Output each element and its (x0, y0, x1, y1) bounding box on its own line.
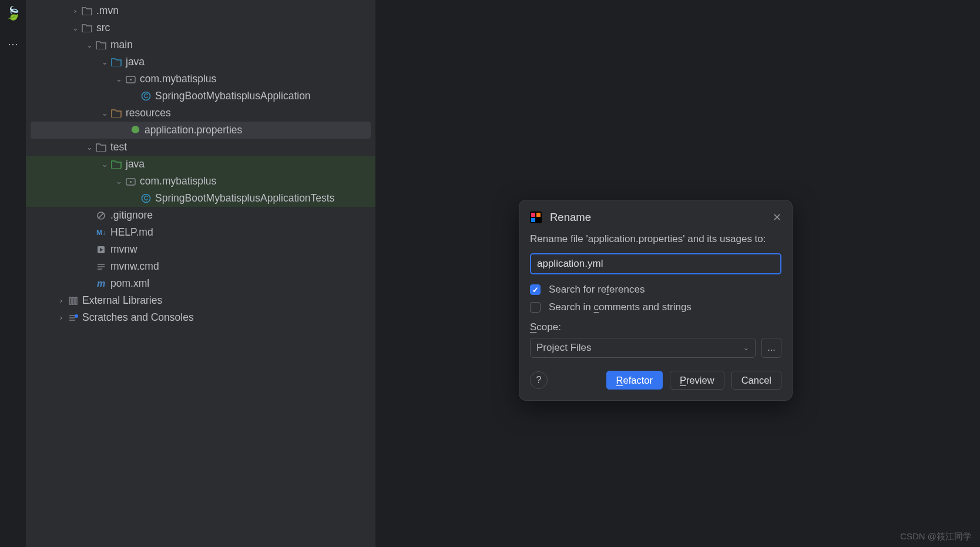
tree-item-app-class[interactable]: C SpringBootMybatisplusApplication (26, 88, 375, 105)
app-brand-icon: 🍃 (5, 6, 21, 21)
class-icon: C (140, 91, 152, 101)
svg-text:C: C (143, 195, 147, 202)
checkbox-unchecked-icon (530, 302, 541, 313)
source-folder-icon (110, 58, 122, 66)
tree-item-package[interactable]: ⌄ com.mybatisplus (26, 71, 375, 88)
chevron-down-icon: ⌄ (101, 160, 108, 169)
tree-label: java (126, 158, 145, 170)
cancel-button[interactable]: Cancel (731, 371, 781, 390)
tree-item-test-class[interactable]: C SpringBootMybatisplusApplicationTests (26, 190, 375, 207)
chevron-down-icon: ⌄ (72, 24, 79, 32)
tree-item-mvn[interactable]: › .mvn (26, 2, 375, 19)
tree-item-app-properties[interactable]: application.properties (31, 122, 371, 139)
rename-prompt-label: Rename file 'application.properties' and… (530, 233, 781, 245)
tree-label: mvnw (110, 243, 137, 256)
more-icon[interactable]: ⋯ (8, 38, 18, 51)
checkbox-checked-icon: ✓ (530, 284, 541, 295)
project-tree-panel: › .mvn ⌄ src ⌄ main ⌄ java ⌄ (26, 0, 376, 547)
tree-item-mvnw[interactable]: mvnw (26, 241, 375, 258)
ignore-icon (95, 211, 107, 220)
tree-label: SpringBootMybatisplusApplication (155, 90, 311, 102)
chevron-right-icon: › (58, 313, 65, 322)
tree-item-test[interactable]: ⌄ test (26, 139, 375, 156)
chevron-right-icon: › (72, 6, 79, 15)
package-icon (125, 177, 136, 186)
scratch-icon (67, 313, 79, 323)
tree-label: Scratches and Consoles (82, 311, 194, 324)
checkbox-label: Search in comments and strings (549, 301, 692, 313)
folder-icon (81, 6, 93, 15)
tree-label: resources (126, 107, 171, 119)
tree-item-test-package[interactable]: ⌄ com.mybatisplus (26, 173, 375, 190)
preview-button[interactable]: Preview (670, 371, 724, 390)
tree-label: com.mybatisplus (140, 175, 216, 187)
tree-label: External Libraries (82, 294, 162, 307)
svg-rect-24 (536, 213, 541, 217)
tree-item-main[interactable]: ⌄ main (26, 36, 375, 53)
scope-value: Project Files (536, 342, 592, 354)
chevron-down-icon: ⌄ (743, 344, 749, 352)
rename-input[interactable] (530, 253, 781, 274)
svg-point-1 (129, 78, 131, 80)
scope-label: Scope: (530, 321, 781, 333)
checkbox-label: Search for references (549, 284, 645, 296)
chevron-down-icon: ⌄ (115, 75, 122, 83)
svg-rect-23 (531, 213, 535, 217)
intellij-icon (530, 212, 542, 223)
help-button[interactable]: ? (530, 371, 548, 389)
tree-item-resources[interactable]: ⌄ resources (26, 105, 375, 122)
tree-label: HELP.md (110, 226, 153, 239)
refactor-button[interactable]: Refactor (606, 371, 663, 390)
tree-item-help-md[interactable]: M↓ HELP.md (26, 224, 375, 241)
tree-label: .mvn (96, 5, 119, 17)
scope-more-button[interactable]: ... (761, 338, 781, 358)
markdown-icon: M↓ (95, 229, 107, 237)
tree-label: .gitignore (110, 209, 153, 222)
text-file-icon (95, 262, 107, 271)
tree-label: SpringBootMybatisplusApplicationTests (155, 192, 334, 204)
package-icon (125, 75, 136, 83)
svg-line-9 (99, 213, 103, 217)
maven-icon: m (95, 278, 107, 289)
tree-label: pom.xml (110, 277, 149, 290)
class-icon: C (140, 193, 152, 203)
tree-item-scratches[interactable]: › Scratches and Consoles (26, 309, 375, 326)
tree-label: main (110, 39, 133, 51)
tree-item-java[interactable]: ⌄ java (26, 53, 375, 71)
script-icon (95, 245, 107, 254)
chevron-down-icon: ⌄ (86, 143, 93, 152)
chevron-down-icon: ⌄ (101, 58, 108, 66)
left-gutter: 🍃 ⋯ (0, 0, 26, 547)
tree-label: java (126, 56, 145, 68)
chevron-right-icon: › (58, 296, 65, 305)
watermark: CSDN @筱江同学 (900, 531, 972, 542)
tree-label: application.properties (145, 124, 242, 136)
editor-area: Rename ✕ Rename file 'application.proper… (376, 0, 980, 547)
library-icon (67, 296, 79, 306)
folder-icon (95, 143, 107, 152)
tree-item-mvnw-cmd[interactable]: mvnw.cmd (26, 258, 375, 275)
dialog-title: Rename (550, 211, 591, 224)
project-tree: › .mvn ⌄ src ⌄ main ⌄ java ⌄ (26, 2, 375, 326)
tree-label: src (96, 22, 110, 34)
svg-rect-16 (72, 297, 74, 304)
scope-select[interactable]: Project Files ⌄ (530, 338, 756, 358)
rename-dialog: Rename ✕ Rename file 'application.proper… (519, 200, 793, 401)
search-references-checkbox[interactable]: ✓ Search for references (530, 284, 781, 296)
svg-point-5 (129, 180, 131, 182)
folder-icon (95, 41, 107, 49)
close-icon[interactable]: ✕ (773, 211, 781, 224)
tree-item-src[interactable]: ⌄ src (26, 19, 375, 36)
folder-icon (81, 24, 93, 32)
spring-config-icon (129, 125, 141, 135)
chevron-down-icon: ⌄ (86, 41, 93, 49)
tree-item-pom[interactable]: m pom.xml (26, 275, 375, 292)
svg-rect-15 (69, 297, 71, 304)
search-comments-checkbox[interactable]: Search in comments and strings (530, 301, 781, 313)
tree-item-test-java[interactable]: ⌄ java (26, 156, 375, 173)
chevron-down-icon: ⌄ (115, 177, 122, 186)
tree-item-gitignore[interactable]: .gitignore (26, 207, 375, 224)
tree-item-external-libs[interactable]: › External Libraries (26, 292, 375, 309)
svg-rect-25 (531, 218, 535, 222)
tree-label: mvnw.cmd (110, 260, 159, 273)
